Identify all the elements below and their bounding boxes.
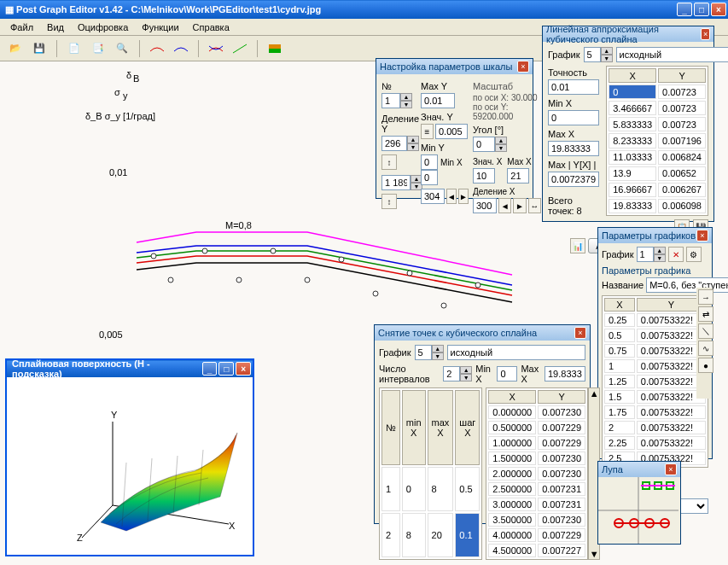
surf-max[interactable]: □ [218,362,234,376]
export-button[interactable]: 📑 [88,38,108,59]
miny-input[interactable] [421,154,438,170]
minx2-input[interactable] [421,189,445,204]
zoom-button[interactable]: 🔍 [112,38,132,59]
spin-up[interactable]: ▲ [400,93,412,101]
linear-button[interactable] [230,38,250,59]
table-row[interactable]: 1.50.00753322! [604,390,706,404]
menu-func[interactable]: Функции [135,20,185,34]
spin-down[interactable]: ▼ [400,101,412,108]
surf-min[interactable]: _ [202,362,218,376]
n-input[interactable] [381,93,400,108]
col-x[interactable]: X [609,68,656,83]
sp-graph-input[interactable] [415,345,432,360]
tool-link-icon[interactable]: ⇄ [698,306,713,322]
table-row[interactable]: 1.250.00753322! [604,375,706,388]
table-row[interactable]: 20.00753322! [604,421,706,434]
divy2-input[interactable] [381,175,411,190]
surface-window: Сплайновая поверхность (H - подсказка) _… [5,358,254,556]
col-y[interactable]: Y [658,68,706,83]
spmaxx-input[interactable] [545,366,585,382]
approx-graph-input[interactable] [584,47,601,62]
spline-close[interactable]: × [574,327,586,339]
table-row[interactable]: 19.833330.006098 [609,199,706,213]
apminx-input[interactable] [548,110,599,125]
curve-red-button[interactable] [147,38,167,59]
pick-y-icon[interactable]: ↕ [381,154,397,170]
table-row[interactable]: 2.5000000.007231 [488,482,585,496]
precx-input[interactable] [473,168,495,183]
prec-input[interactable] [548,79,599,95]
table-row[interactable]: 3.5000000.007230 [488,513,585,527]
apmaxy-input[interactable] [548,172,599,187]
axis-panel-close[interactable]: × [517,61,529,73]
pg-input[interactable] [637,247,654,262]
table-row[interactable]: 0.50.00753322! [604,329,706,342]
minx-input[interactable] [421,170,438,185]
intv-input[interactable] [443,366,460,382]
tool-arrow-right-icon[interactable]: → [698,289,713,305]
menu-view[interactable]: Вид [40,20,71,34]
surf-close[interactable]: × [236,362,251,376]
arrow-left-icon[interactable]: ◄ [446,189,457,204]
table-row[interactable]: 00.00723 [609,84,706,99]
divy-input[interactable] [381,136,407,151]
surface-plot[interactable]: Y X Z [7,377,253,555]
table-row[interactable]: 1.5000000.007230 [488,451,585,465]
pick-x-icon[interactable]: ↔ [528,198,541,213]
tool-curve-icon[interactable]: ∿ [698,341,713,356]
tool-line-icon[interactable]: ＼ [698,323,713,339]
maximize-button[interactable]: □ [694,3,709,16]
table-row[interactable]: 4.5000000.007227 [488,544,585,557]
angle-input[interactable] [473,137,495,152]
open-button[interactable]: 📂 [5,38,26,59]
table-row[interactable]: 0.0000000.007230 [488,405,585,419]
delete-icon[interactable]: ✕ [668,247,684,262]
table-row[interactable]: 10.00753322! [604,359,706,373]
menu-digit[interactable]: Оцифровка [71,20,135,34]
table-row[interactable]: 1.0000000.007229 [488,436,585,450]
tick-icon[interactable]: ≡ [421,124,434,139]
table-row[interactable]: 1.750.00753322! [604,405,706,419]
import-button[interactable]: 📄 [64,38,84,59]
surface-button[interactable] [265,38,285,59]
curve-mix-button[interactable] [206,38,226,59]
minimize-button[interactable]: _ [677,3,692,16]
close-button[interactable]: × [711,3,726,16]
approx-src[interactable] [616,47,728,62]
arrow-right-icon[interactable]: ► [458,189,469,204]
maxy-input[interactable] [421,93,455,108]
curve-blue-button[interactable] [171,38,191,59]
table-row[interactable]: 5.8333330.00723 [609,117,706,131]
table-row[interactable]: 16.966670.006267 [609,183,706,197]
apmaxx-input[interactable] [548,141,599,156]
props-icon[interactable]: ⚙ [686,247,702,262]
approx-close[interactable]: × [701,28,710,40]
table-row[interactable]: 0.250.00753322! [604,313,706,327]
table-row[interactable]: 28200.1 [381,513,480,557]
table-row[interactable]: 13.90.00652 [609,166,706,181]
table-row[interactable]: 3.4666670.00723 [609,101,706,115]
sp-src[interactable] [447,345,585,360]
save-button[interactable]: 💾 [29,38,50,59]
tool-point-icon[interactable]: ● [698,358,713,373]
table-row[interactable]: 8.2333330.007196 [609,133,706,148]
divx-input[interactable] [473,198,497,213]
table-row[interactable]: 2.250.00753322! [604,436,706,450]
params-close[interactable]: × [696,230,708,242]
chart-icon[interactable]: 📊 [570,238,585,253]
table-row[interactable]: 0.5000000.007229 [488,421,585,434]
table-row[interactable]: 3.0000000.007231 [488,498,585,511]
table-row[interactable]: 4.0000000.007229 [488,528,585,542]
name-input[interactable] [646,277,728,293]
precy-input[interactable] [435,124,468,139]
table-row[interactable]: 2.0000000.007230 [488,467,585,481]
table-row[interactable]: 11.033330.006824 [609,150,706,165]
pick-y2-icon[interactable]: ↕ [381,194,397,209]
table-row[interactable]: 0.750.00753322! [604,344,706,358]
spminx-input[interactable] [497,366,517,382]
lupa-close[interactable]: × [665,463,677,475]
maxx-input[interactable] [507,168,529,183]
menu-help[interactable]: Справка [186,20,236,34]
table-row[interactable]: 1080.5 [381,467,480,511]
menu-file[interactable]: Файл [3,20,40,34]
